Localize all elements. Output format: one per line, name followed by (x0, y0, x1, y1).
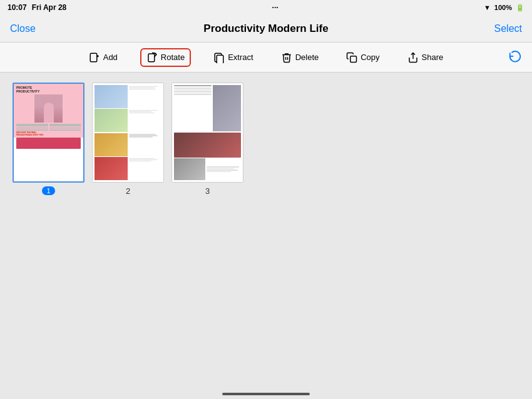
status-right: ▼ 100% 🔋 (484, 4, 524, 12)
extract-icon (213, 52, 225, 63)
delete-label: Delete (295, 53, 319, 62)
copy-button[interactable]: Copy (341, 49, 384, 66)
page-thumbnail-1[interactable]: PROMOTEPRODUCTIVITY (13, 83, 84, 183)
content-area: PROMOTEPRODUCTIVITY (0, 73, 532, 399)
date-label: Fri Apr 28 (32, 3, 67, 12)
time-label: 10:07 (8, 3, 27, 12)
status-left: 10:07 Fri Apr 28 (8, 3, 66, 12)
battery-label: 100% (494, 4, 512, 11)
nav-bar: Close Productivity Modern Life Select (0, 15, 532, 43)
add-icon (89, 52, 100, 63)
select-button[interactable]: Select (494, 23, 522, 34)
share-label: Share (422, 53, 444, 62)
page-badge-1: 1 (42, 186, 54, 195)
close-button[interactable]: Close (10, 23, 36, 34)
page-number-3: 3 (205, 186, 210, 196)
pages-row: PROMOTEPRODUCTIVITY (13, 83, 519, 196)
svg-rect-6 (350, 56, 357, 62)
page-title: Productivity Modern Life (203, 23, 328, 35)
add-button[interactable]: Add (84, 49, 123, 66)
status-bar: 10:07 Fri Apr 28 ··· ▼ 100% 🔋 (0, 0, 532, 15)
page-thumbnail-3[interactable] (171, 83, 243, 183)
svg-rect-5 (217, 55, 223, 63)
rotate-label: Rotate (161, 53, 185, 62)
svg-rect-0 (90, 53, 97, 62)
delete-button[interactable]: Delete (276, 49, 324, 66)
extract-label: Extract (228, 53, 253, 62)
wifi-icon: ▼ (484, 4, 491, 11)
page-thumbnail-2[interactable] (92, 83, 164, 183)
page2-preview (93, 83, 163, 182)
copy-label: Copy (361, 53, 379, 62)
home-indicator (222, 393, 310, 395)
rotate-icon (146, 52, 158, 63)
page1-preview: PROMOTEPRODUCTIVITY (14, 84, 83, 181)
undo-button[interactable] (508, 49, 522, 66)
page3-preview (172, 83, 243, 182)
battery-icon: 🔋 (516, 4, 524, 12)
add-label: Add (103, 53, 118, 62)
svg-rect-3 (148, 54, 155, 62)
toolbar: Add Rotate Extract Delete Copy (0, 43, 532, 73)
rotate-button[interactable]: Rotate (140, 48, 191, 67)
share-icon (407, 52, 419, 63)
extract-button[interactable]: Extract (208, 49, 258, 66)
delete-icon (281, 52, 292, 63)
page-item-2[interactable]: 2 (92, 83, 164, 196)
page-number-2: 2 (126, 186, 130, 196)
page-item-3[interactable]: 3 (171, 83, 243, 196)
undo-icon (508, 49, 522, 63)
page-item-1[interactable]: PROMOTEPRODUCTIVITY (13, 83, 84, 195)
share-button[interactable]: Share (402, 49, 449, 66)
dots-menu: ··· (272, 3, 279, 12)
copy-icon (346, 52, 357, 63)
